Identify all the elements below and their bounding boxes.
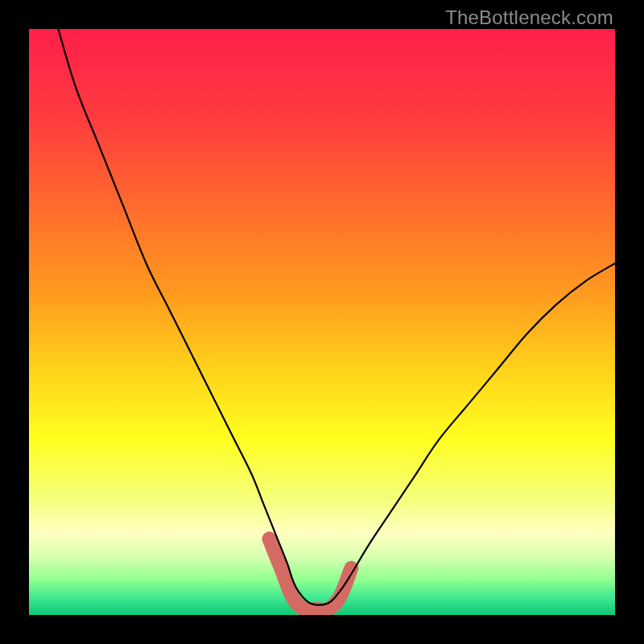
watermark-text: TheBottleneck.com (445, 6, 613, 29)
bottleneck-curve (58, 29, 615, 605)
chart-frame: TheBottleneck.com (0, 0, 644, 644)
plot-area (29, 29, 615, 615)
curve-layer (29, 29, 615, 615)
